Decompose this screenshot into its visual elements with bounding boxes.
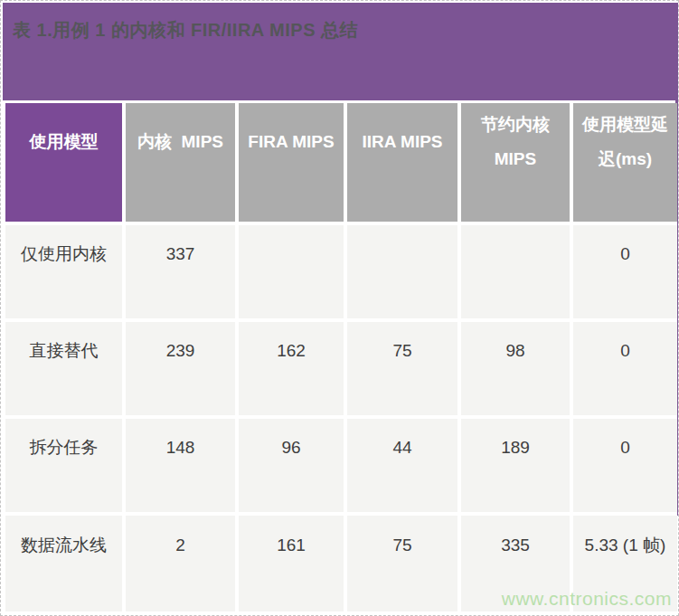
table-figure: 表 1.用例 1 的内核和 FIR/IIRA MIPS 总结 使用模型内核 MI… — [0, 0, 679, 616]
value-cell: 148 — [126, 419, 235, 512]
value-cell: 2 — [126, 516, 235, 611]
value-cell: 189 — [461, 419, 570, 512]
value-cell: 75 — [347, 322, 457, 415]
value-cell — [239, 225, 344, 318]
value-cell: 162 — [239, 322, 344, 415]
row-label-cell: 拆分任务 — [5, 419, 122, 512]
column-header: 内核 MIPS — [126, 103, 235, 222]
value-cell: 75 — [347, 516, 457, 611]
column-header: IIRA MIPS — [347, 103, 457, 222]
value-cell — [461, 225, 570, 318]
row-label-cell: 数据流水线 — [5, 516, 122, 611]
column-header: 节约内核 MIPS — [461, 103, 570, 222]
value-cell — [347, 225, 457, 318]
row-label-cell: 仅使用内核 — [5, 225, 122, 318]
column-header: 使用模型 — [5, 103, 122, 222]
row-label-cell: 直接替代 — [5, 322, 122, 415]
column-header: 使用模型延迟(ms) — [573, 103, 677, 222]
value-cell: 239 — [126, 322, 235, 415]
value-cell: 98 — [461, 322, 570, 415]
value-cell: 44 — [347, 419, 457, 512]
value-cell: 96 — [239, 419, 344, 512]
value-cell: 0 — [573, 322, 677, 415]
value-cell: 161 — [239, 516, 344, 611]
value-cell: 337 — [126, 225, 235, 318]
value-cell: 0 — [573, 419, 677, 512]
table-caption: 表 1.用例 1 的内核和 FIR/IIRA MIPS 总结 — [3, 3, 678, 43]
table-caption-banner: 表 1.用例 1 的内核和 FIR/IIRA MIPS 总结 — [3, 3, 678, 100]
column-header: FIRA MIPS — [239, 103, 344, 222]
site-watermark: www.cntronics.com — [502, 588, 672, 610]
value-cell: 0 — [573, 225, 677, 318]
mips-summary-table: 使用模型内核 MIPSFIRA MIPSIIRA MIPS节约内核 MIPS使用… — [5, 103, 677, 611]
